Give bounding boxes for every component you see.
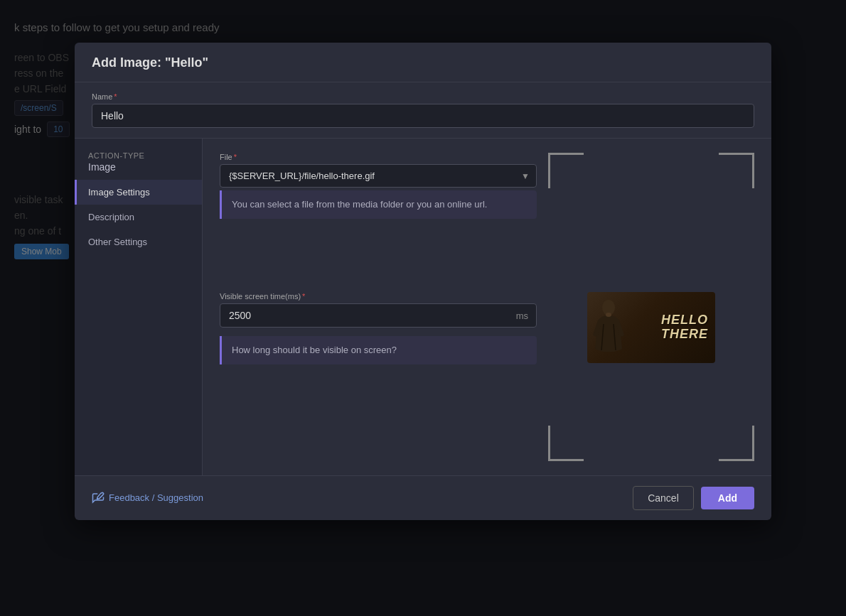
preview-top-area xyxy=(548,153,754,281)
file-select-wrapper: {$SERVER_URL}/file/hello-there.gif ▼ xyxy=(220,164,537,188)
content-area: File* {$SERVER_URL}/file/hello-there.gif… xyxy=(203,139,771,475)
file-field-group: File* {$SERVER_URL}/file/hello-there.gif… xyxy=(220,153,537,219)
feedback-link[interactable]: Feedback / Suggestion xyxy=(92,492,203,504)
time-label: Visible screen time(ms)* xyxy=(220,292,537,301)
sidebar-item-action-type[interactable]: Action-Type Image xyxy=(75,144,202,180)
hello-there-bg: HELLO THERE xyxy=(587,292,715,363)
corner-bl-bottom xyxy=(548,426,584,461)
add-image-modal: Add Image: "Hello" Name* Action-Type Ima… xyxy=(75,43,771,520)
sidebar-action-type-value: Image xyxy=(88,161,191,173)
svg-point-1 xyxy=(606,313,611,317)
time-hint: How long should it be visible on screen? xyxy=(220,336,537,364)
image-preview-area: HELLO THERE xyxy=(548,292,754,363)
name-section: Name* xyxy=(75,82,771,139)
name-input[interactable] xyxy=(92,104,754,128)
bottom-brackets xyxy=(548,376,754,461)
sidebar-item-description[interactable]: Description xyxy=(75,205,202,229)
modal-header: Add Image: "Hello" xyxy=(75,43,771,82)
modal-title: Add Image: "Hello" xyxy=(92,55,754,70)
bottom-bracket-area xyxy=(220,376,754,461)
cancel-button[interactable]: Cancel xyxy=(633,486,694,510)
time-input-wrapper: ms xyxy=(220,303,537,328)
corner-br-bottom xyxy=(719,426,754,461)
hello-there-preview: HELLO THERE xyxy=(587,292,715,363)
file-select[interactable]: {$SERVER_URL}/file/hello-there.gif xyxy=(220,164,537,188)
feedback-label: Feedback / Suggestion xyxy=(109,492,203,503)
corner-tl-top xyxy=(548,153,584,188)
file-row: File* {$SERVER_URL}/file/hello-there.gif… xyxy=(220,153,754,281)
add-button[interactable]: Add xyxy=(701,487,754,509)
time-field-group: Visible screen time(ms)* ms How long sho… xyxy=(220,292,537,364)
feedback-icon xyxy=(92,492,105,504)
file-hint: You can select a file from the media fol… xyxy=(220,190,537,219)
footer-buttons: Cancel Add xyxy=(633,486,754,510)
hello-text-line1: HELLO xyxy=(661,313,708,328)
hello-text-line2: THERE xyxy=(661,328,708,342)
sidebar-item-other-settings[interactable]: Other Settings xyxy=(75,229,202,254)
time-row: Visible screen time(ms)* ms How long sho… xyxy=(220,292,754,364)
file-label: File* xyxy=(220,153,537,161)
modal-backdrop: Add Image: "Hello" Name* Action-Type Ima… xyxy=(0,0,846,616)
character-silhouette xyxy=(591,299,626,363)
modal-footer: Feedback / Suggestion Cancel Add xyxy=(75,475,771,520)
sidebar-item-image-settings[interactable]: Image Settings xyxy=(75,180,202,205)
hello-there-text-block: HELLO THERE xyxy=(661,313,708,342)
name-label: Name* xyxy=(92,92,754,101)
corner-tr-top xyxy=(719,153,754,188)
modal-body: Action-Type Image Image Settings Descrip… xyxy=(75,139,771,475)
sidebar-action-type-label: Action-Type xyxy=(88,151,191,160)
sidebar: Action-Type Image Image Settings Descrip… xyxy=(75,139,203,475)
time-input[interactable] xyxy=(220,303,537,328)
